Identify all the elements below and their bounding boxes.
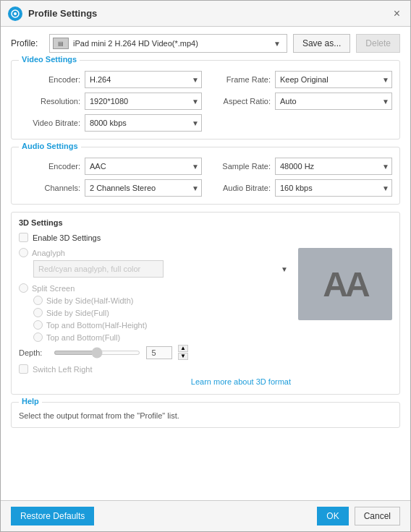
delete-button[interactable]: Delete [356, 34, 400, 53]
depth-slider[interactable] [54, 351, 140, 355]
sample-rate-label: Sample Rate: [209, 162, 271, 171]
anaglyph-label: Anaglyph [32, 249, 65, 257]
resolution-select[interactable]: 1920*1080 [85, 93, 202, 110]
help-section: Help Select the output format from the "… [11, 402, 400, 428]
side-full-option: Side by Side(Full) [33, 308, 291, 317]
dialog-content: Profile: ▤ iPad mini 2 H.264 HD Video(*.… [1, 27, 410, 500]
save-as-button[interactable]: Save as... [293, 34, 350, 53]
side-half-option: Side by Side(Half-Width) [33, 296, 291, 305]
top-half-label: Top and Bottom(Half-Height) [46, 321, 147, 330]
side-half-label: Side by Side(Half-Width) [46, 296, 133, 305]
profile-label: Profile: [11, 38, 43, 48]
audio-encoder-select[interactable]: AAC [85, 158, 202, 175]
switch-row: Switch Left Right [19, 364, 291, 374]
audio-encoder-label: Encoder: [19, 162, 80, 171]
restore-defaults-button[interactable]: Restore Defaults [11, 507, 94, 525]
video-bitrate-row: Video Bitrate: 8000 kbps ▼ [19, 114, 202, 132]
framerate-select[interactable]: Keep Original [275, 71, 392, 88]
audio-bitrate-label: Audio Bitrate: [209, 184, 271, 192]
close-button[interactable]: × [391, 8, 403, 20]
anaglyph-select-arrow: ▼ [281, 265, 288, 273]
aspect-ratio-label: Aspect Ratio: [209, 97, 271, 106]
enable-3d-row: Enable 3D Settings [19, 233, 392, 242]
depth-down-button[interactable]: ▼ [178, 353, 188, 360]
profile-select[interactable]: iPad mini 2 H.264 HD Video(*.mp4) [72, 35, 284, 51]
aspect-ratio-row: Aspect Ratio: Auto ▼ [209, 93, 392, 110]
learn-more-row: Learn more about 3D format [19, 377, 291, 387]
split-screen-label: Split Screen [32, 284, 75, 293]
learn-more-link[interactable]: Learn more about 3D format [191, 377, 291, 386]
help-title: Help [19, 397, 42, 406]
3d-left: Anaglyph Red/cyan anaglyph, full color ▼… [19, 248, 291, 387]
depth-spinner[interactable] [146, 346, 172, 359]
title-bar: Profile Settings × [1, 1, 410, 27]
dialog-title: Profile Settings [28, 8, 97, 19]
3d-right: AA [298, 248, 392, 387]
split-screen-radio[interactable] [19, 283, 28, 293]
anaglyph-option: Anaglyph [19, 248, 291, 257]
anaglyph-type-select[interactable]: Red/cyan anaglyph, full color [33, 260, 164, 278]
side-full-radio[interactable] [33, 308, 43, 317]
profile-icon-mini: ▤ [53, 38, 69, 49]
channels-select[interactable]: 2 Channels Stereo [85, 179, 202, 197]
audio-bitrate-select[interactable]: 160 kbps [275, 179, 392, 197]
framerate-label: Frame Rate: [209, 75, 271, 84]
3d-settings-title: 3D Settings [19, 218, 392, 227]
depth-up-button[interactable]: ▲ [178, 345, 188, 352]
sample-rate-row: Sample Rate: 48000 Hz ▼ [209, 158, 392, 175]
footer: Restore Defaults OK Cancel [1, 500, 410, 531]
resolution-label: Resolution: [19, 97, 80, 106]
anaglyph-select-wrap: Red/cyan anaglyph, full color ▼ [33, 260, 291, 278]
anaglyph-radio[interactable] [19, 248, 28, 257]
svg-point-1 [14, 12, 17, 15]
split-sub-options: Side by Side(Half-Width) Side by Side(Fu… [33, 296, 291, 342]
profile-row: Profile: ▤ iPad mini 2 H.264 HD Video(*.… [11, 34, 400, 53]
audio-settings-section: Audio Settings Encoder: AAC ▼ [11, 147, 400, 205]
video-settings-section: Video Settings Encoder: H.264 ▼ [11, 60, 400, 140]
title-bar-left: Profile Settings [8, 7, 97, 21]
video-bitrate-label: Video Bitrate: [19, 119, 80, 127]
switch-lr-checkbox[interactable] [19, 364, 28, 374]
footer-right: OK Cancel [317, 507, 400, 525]
side-half-radio[interactable] [33, 296, 43, 305]
channels-row: Channels: 2 Channels Stereo ▼ [19, 179, 202, 197]
audio-bitrate-row: Audio Bitrate: 160 kbps ▼ [209, 179, 392, 197]
aspect-ratio-select[interactable]: Auto [275, 93, 392, 110]
top-full-radio[interactable] [33, 332, 43, 342]
ok-button[interactable]: OK [317, 507, 348, 525]
switch-lr-label: Switch Left Right [33, 365, 93, 374]
depth-label: Depth: [19, 348, 48, 357]
audio-settings-title: Audio Settings [19, 142, 81, 150]
cancel-button[interactable]: Cancel [355, 507, 400, 525]
side-full-label: Side by Side(Full) [46, 309, 109, 317]
enable-3d-label: Enable 3D Settings [33, 233, 101, 242]
encoder-select[interactable]: H.264 [85, 71, 202, 88]
audio-encoder-row: Encoder: AAC ▼ [19, 158, 202, 175]
top-full-label: Top and Bottom(Full) [46, 333, 120, 342]
help-text: Select the output format from the "Profi… [19, 411, 392, 420]
encoder-label: Encoder: [19, 75, 80, 84]
sample-rate-select[interactable]: 48000 Hz [275, 158, 392, 175]
encoder-row: Encoder: H.264 ▼ [19, 71, 202, 88]
video-settings-title: Video Settings [19, 55, 80, 64]
resolution-row: Resolution: 1920*1080 ▼ [19, 93, 202, 110]
depth-row: Depth: ▲ ▼ [19, 345, 291, 360]
channels-label: Channels: [19, 184, 80, 192]
audio-settings-grid: Encoder: AAC ▼ Sample Rate: [19, 158, 392, 197]
top-half-option: Top and Bottom(Half-Height) [33, 320, 291, 330]
top-half-radio[interactable] [33, 320, 43, 330]
top-full-option: Top and Bottom(Full) [33, 332, 291, 342]
video-bitrate-select[interactable]: 8000 kbps [85, 114, 202, 132]
aa-preview-text: AA [323, 265, 367, 304]
framerate-row: Frame Rate: Keep Original ▼ [209, 71, 392, 88]
app-icon [8, 7, 22, 21]
enable-3d-checkbox[interactable] [19, 233, 28, 242]
video-settings-grid: Encoder: H.264 ▼ Frame Rate: [19, 71, 392, 132]
split-screen-option: Split Screen [19, 283, 291, 293]
3d-body: Anaglyph Red/cyan anaglyph, full color ▼… [19, 248, 392, 387]
aa-preview: AA [298, 248, 392, 320]
profile-settings-dialog: Profile Settings × Profile: ▤ iPad mini … [0, 0, 411, 532]
3d-settings-section: 3D Settings Enable 3D Settings Anaglyph … [11, 212, 400, 395]
